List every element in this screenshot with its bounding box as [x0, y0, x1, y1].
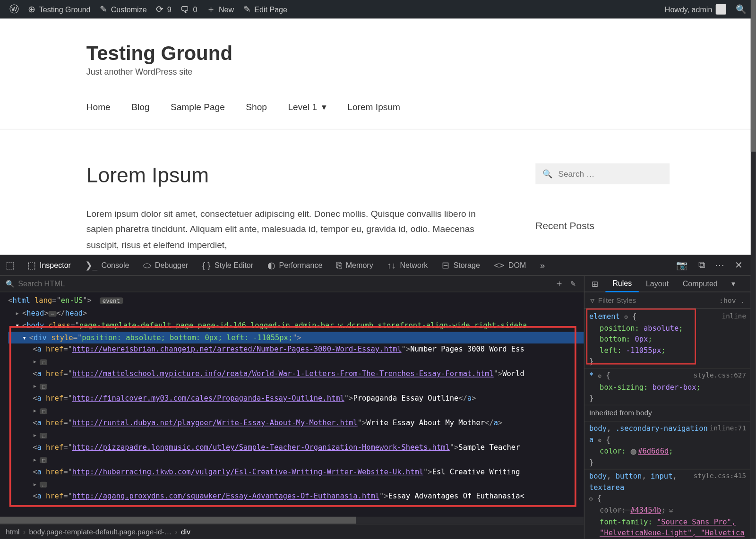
comments-link[interactable]: 🗨0 [176, 0, 202, 19]
search-toggle[interactable]: 🔍 [731, 0, 751, 19]
updates-link[interactable]: ⟳9 [151, 0, 176, 19]
hov-toggle[interactable]: :hov [719, 296, 736, 304]
eyedropper-icon[interactable]: ✎ [570, 278, 576, 289]
dom-anchor-row[interactable]: <a href="http://finalcover.my03.com/cale… [8, 393, 584, 404]
screenshot-icon[interactable]: 📷 [674, 257, 690, 273]
nav-blog[interactable]: Blog [131, 102, 149, 112]
page-body: Lorem ipsum dolor sit amet, consectetuer… [86, 206, 500, 253]
tab-computed[interactable]: Computed [676, 276, 725, 292]
tab-more-caret[interactable]: ▾ [725, 276, 743, 292]
tab-storage[interactable]: ⊟Storage [435, 255, 487, 275]
search-icon: 🔍 [6, 280, 15, 288]
filter-icon: ▽ [590, 296, 594, 304]
chevron-down-icon: ▾ [322, 102, 326, 112]
tab-debugger[interactable]: ⬭Debugger [136, 255, 195, 275]
tab-inspector[interactable]: ⬚Inspector [20, 255, 78, 275]
styles-panel: ⊞ Rules Layout Computed ▾ ▽ :hov . inlin… [584, 276, 751, 539]
filter-styles-input[interactable] [598, 296, 719, 304]
more-icon[interactable]: ⋯ [713, 257, 727, 273]
horizontal-scrollbar[interactable] [0, 517, 584, 524]
site-header: Testing Ground Just another WordPress si… [86, 19, 670, 83]
nav-lorem-ipsum[interactable]: Lorem Ipsum [347, 102, 400, 112]
tab-performance[interactable]: ◐Performance [260, 255, 329, 275]
edit-page-link[interactable]: ✎Edit Page [239, 0, 292, 19]
nav-home[interactable]: Home [86, 102, 111, 112]
element-picker-button[interactable]: ⬚ [0, 259, 20, 270]
dom-anchor-row[interactable]: <a href="http://runtal.dubya.net/playgoe… [8, 417, 584, 429]
funnel-icon[interactable]: ▽ [669, 507, 673, 514]
page-scrollbar[interactable] [751, 0, 756, 539]
dom-breadcrumb[interactable]: html› body.page-template-default.page.pa… [0, 524, 584, 539]
search-input[interactable] [558, 169, 662, 179]
site-tagline: Just another WordPress site [86, 67, 670, 77]
howdy-link[interactable]: Howdy, admin [660, 0, 731, 19]
tab-network[interactable]: ↑↓Network [380, 255, 435, 275]
tab-dom[interactable]: <>DOM [487, 255, 533, 275]
html-search-bar: 🔍 ＋ ✎ [0, 276, 584, 292]
avatar-icon [716, 4, 726, 15]
tab-console[interactable]: ❯_Console [78, 255, 137, 275]
add-element-icon[interactable]: ＋ [555, 278, 564, 289]
dom-anchor-row[interactable]: <a href="http://whereisbrian.changeip.ne… [8, 343, 584, 355]
recent-posts-heading: Recent Posts [535, 221, 670, 232]
devtools-toolbar: ⬚ ⬚Inspector ❯_Console ⬭Debugger { }Styl… [0, 255, 751, 275]
dom-anchor-row[interactable]: <a href="http://agang.proxydns.com/squaw… [8, 490, 584, 502]
responsive-icon[interactable]: ⧉ [696, 257, 707, 273]
close-icon[interactable]: ✕ [733, 257, 745, 273]
inherited-from-label: Inherited from body [584, 405, 751, 422]
html-search-input[interactable] [18, 279, 555, 288]
tab-layout[interactable]: Layout [639, 276, 676, 292]
site-title[interactable]: Testing Ground [86, 42, 670, 65]
tab-style-editor[interactable]: { }Style Editor [195, 255, 260, 275]
event-badge[interactable]: event [100, 298, 123, 304]
layout-toggle-icon[interactable]: ⊞ [584, 276, 605, 292]
site-name-link[interactable]: ⊕Testing Ground [23, 0, 95, 19]
nav-sample-page[interactable]: Sample Page [171, 102, 225, 112]
tab-memory[interactable]: ⎘Memory [329, 255, 380, 275]
dom-anchor-row[interactable]: <a href="http://pizzapadre.longmusic.com… [8, 442, 584, 454]
search-icon: 🔍 [542, 169, 552, 179]
dom-anchor-row[interactable]: <a href="http://huberracing.ikwb.com/vul… [8, 466, 584, 478]
tab-more[interactable]: » [533, 255, 552, 275]
wp-logo[interactable]: ⓦ [5, 0, 24, 19]
wp-admin-bar: ⓦ ⊕Testing Ground ✎Customize ⟳9 🗨0 ＋New … [0, 0, 756, 19]
search-box[interactable]: 🔍 [535, 163, 670, 184]
page-title: Lorem Ipsum [86, 163, 500, 188]
nav-level1[interactable]: Level 1▾ [288, 102, 326, 112]
tab-rules[interactable]: Rules [605, 276, 639, 292]
customize-link[interactable]: ✎Customize [95, 0, 151, 19]
dom-tree[interactable]: <html lang="en-US"> event ▸<head>⋯</head… [0, 292, 584, 516]
primary-nav: Home Blog Sample Page Shop Level 1▾ Lore… [86, 82, 670, 129]
devtools-panel: ⬚ ⬚Inspector ❯_Console ⬭Debugger { }Styl… [0, 255, 751, 539]
css-rules[interactable]: inline element ⚙ { position: absolute; b… [584, 309, 751, 539]
dom-anchor-row[interactable]: <a href="http://mattelschool.mypicture.i… [8, 368, 584, 380]
new-link[interactable]: ＋New [202, 0, 239, 19]
nav-shop[interactable]: Shop [246, 102, 267, 112]
